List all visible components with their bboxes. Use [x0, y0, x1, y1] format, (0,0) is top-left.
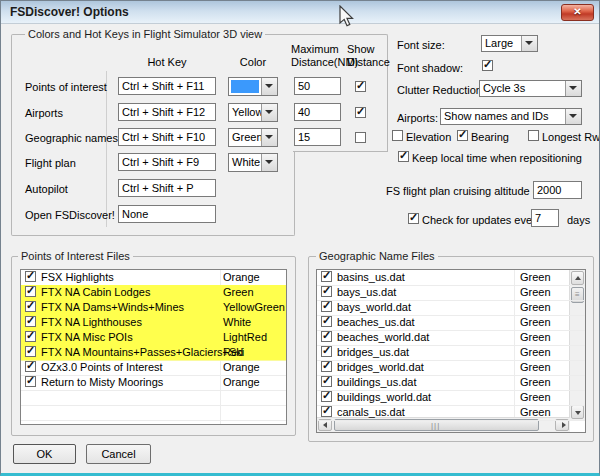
hotkey-input[interactable]: Ctrl + Shift + P — [118, 179, 216, 197]
geo-file-row[interactable]: ✓canals_us.datGreen — [317, 405, 585, 421]
color-select[interactable]: Yellow — [228, 103, 278, 122]
font-shadow-checkbox[interactable]: ✓ — [482, 60, 493, 71]
poi-file-row[interactable]: ✓OZx3.0 Points of InterestOrange — [21, 360, 286, 376]
ok-button[interactable]: OK — [13, 444, 76, 464]
check-mark: ✓ — [399, 149, 408, 162]
max-distance-input[interactable]: 50 — [294, 77, 341, 95]
check-mark: ✓ — [26, 314, 35, 327]
color-select[interactable]: Green — [228, 128, 278, 147]
font-size-select[interactable]: Large — [481, 35, 538, 52]
font-size-label: Font size: — [397, 39, 445, 52]
show-distance-checkbox[interactable] — [355, 132, 366, 143]
poi-file-row[interactable]: ✓FTX NA LighthousesWhite — [21, 315, 286, 331]
file-checkbox[interactable]: ✓ — [321, 301, 332, 312]
close-icon[interactable]: ✕ — [561, 4, 594, 21]
chevron-down-icon[interactable] — [261, 154, 277, 171]
file-color-value: Green — [520, 346, 551, 358]
file-color-value: Green — [520, 406, 551, 418]
file-name: FTX NA Misc POIs — [41, 331, 133, 343]
longest-rwy-checkbox[interactable] — [528, 130, 539, 141]
file-checkbox[interactable]: ✓ — [321, 316, 332, 327]
hotkey-input[interactable]: None — [118, 205, 216, 223]
show-distance-checkbox[interactable]: ✓ — [355, 81, 366, 92]
geo-file-row[interactable]: ✓beaches_us.datGreen — [317, 315, 585, 331]
file-name: beaches_us.dat — [337, 316, 415, 328]
file-checkbox[interactable]: ✓ — [25, 346, 36, 357]
chevron-down-icon[interactable] — [261, 129, 277, 146]
empty-list-row — [21, 405, 286, 421]
check-updates-label: Check for updates every — [422, 214, 541, 227]
file-checkbox[interactable]: ✓ — [25, 271, 36, 282]
hotkey-input[interactable]: Ctrl + Shift + F10 — [118, 128, 216, 146]
color-select-value: Yellow — [232, 106, 263, 118]
check-mark: ✓ — [322, 329, 331, 342]
file-checkbox[interactable]: ✓ — [321, 406, 332, 417]
file-checkbox[interactable]: ✓ — [25, 301, 36, 312]
check-mark: ✓ — [322, 374, 331, 387]
titlebar[interactable]: FSDiscover! Options ✕ — [1, 1, 599, 24]
geo-file-row[interactable]: ✓buildings_us.datGreen — [317, 375, 585, 391]
check-mark: ✓ — [26, 344, 35, 357]
bearing-checkbox[interactable]: ✓ — [457, 130, 468, 141]
chevron-down-icon[interactable] — [261, 78, 277, 95]
label-field-separator — [106, 71, 107, 227]
file-checkbox[interactable]: ✓ — [25, 316, 36, 327]
check-mark: ✓ — [322, 344, 331, 357]
header-max-line1: Maximum — [291, 43, 339, 55]
hotkey-row-label: Flight plan — [25, 157, 76, 170]
color-select[interactable]: White — [228, 153, 278, 172]
file-checkbox[interactable]: ✓ — [321, 361, 332, 372]
geo-file-row[interactable]: ✓bridges_world.datGreen — [317, 360, 585, 376]
file-checkbox[interactable]: ✓ — [321, 331, 332, 342]
file-color-value: Green — [520, 361, 551, 373]
show-distance-checkbox[interactable]: ✓ — [355, 107, 366, 118]
file-checkbox[interactable]: ✓ — [321, 391, 332, 402]
file-checkbox[interactable]: ✓ — [25, 376, 36, 387]
file-name: buildings_us.dat — [337, 376, 417, 388]
file-checkbox[interactable]: ✓ — [25, 331, 36, 342]
chevron-down-icon[interactable] — [521, 36, 537, 51]
poi-file-row[interactable]: ✓FTX NA Mountains+Passes+Glaciers+SkiRed — [21, 345, 286, 361]
hotkey-input[interactable]: Ctrl + Shift + F9 — [118, 153, 216, 171]
chevron-down-icon[interactable] — [565, 109, 581, 124]
cruising-altitude-input[interactable]: 2000 — [533, 181, 582, 199]
geo-file-row[interactable]: ✓bays_world.datGreen — [317, 300, 585, 316]
clutter-reduction-select[interactable]: Cycle 3s — [479, 80, 582, 97]
check-mark: ✓ — [26, 284, 35, 297]
check-mark: ✓ — [356, 105, 365, 118]
keep-local-time-checkbox[interactable]: ✓ — [398, 151, 409, 162]
max-distance-input[interactable]: 15 — [294, 128, 341, 146]
check-mark: ✓ — [322, 359, 331, 372]
geo-file-row[interactable]: ✓bridges_us.datGreen — [317, 345, 585, 361]
check-updates-checkbox[interactable]: ✓ — [408, 213, 419, 224]
geo-file-row[interactable]: ✓bays_us.datGreen — [317, 285, 585, 301]
poi-file-row[interactable]: ✓FTX NA Misc POIsLightRed — [21, 330, 286, 346]
check-mark: ✓ — [322, 389, 331, 402]
color-select[interactable] — [228, 77, 278, 96]
chevron-down-icon[interactable] — [261, 104, 277, 121]
longest-rwy-label: Longest Rwy — [542, 131, 600, 144]
chevron-down-icon[interactable] — [565, 81, 581, 96]
check-mark: ✓ — [322, 284, 331, 297]
geo-file-row[interactable]: ✓buildings_world.datGreen — [317, 390, 585, 406]
cancel-button[interactable]: Cancel — [86, 444, 151, 464]
geo-file-row[interactable]: ✓beaches_world.datGreen — [317, 330, 585, 346]
hotkey-input[interactable]: Ctrl + Shift + F11 — [118, 77, 216, 95]
poi-file-row[interactable]: ✓FTX NA Cabin LodgesGreen — [21, 285, 286, 301]
file-checkbox[interactable]: ✓ — [321, 376, 332, 387]
poi-file-row[interactable]: ✓FTX NA Dams+Winds+MinesYellowGreen — [21, 300, 286, 316]
hotkey-input[interactable]: Ctrl + Shift + F12 — [118, 103, 216, 121]
geo-file-row[interactable]: ✓basins_us.datGreen — [317, 270, 585, 286]
file-name: bridges_us.dat — [337, 346, 409, 358]
poi-file-row[interactable]: ✓FSX HighlightsOrange — [21, 270, 286, 286]
file-checkbox[interactable]: ✓ — [25, 286, 36, 297]
file-checkbox[interactable]: ✓ — [321, 346, 332, 357]
file-checkbox[interactable]: ✓ — [321, 271, 332, 282]
file-checkbox[interactable]: ✓ — [321, 286, 332, 297]
max-distance-input[interactable]: 40 — [294, 103, 341, 121]
update-days-input[interactable]: 7 — [531, 209, 559, 227]
airports-display-select[interactable]: Show names and IDs — [440, 108, 582, 125]
file-checkbox[interactable]: ✓ — [25, 361, 36, 372]
elevation-checkbox[interactable] — [392, 130, 403, 141]
poi-file-row[interactable]: ✓Return to Misty MooringsOrange — [21, 375, 286, 391]
